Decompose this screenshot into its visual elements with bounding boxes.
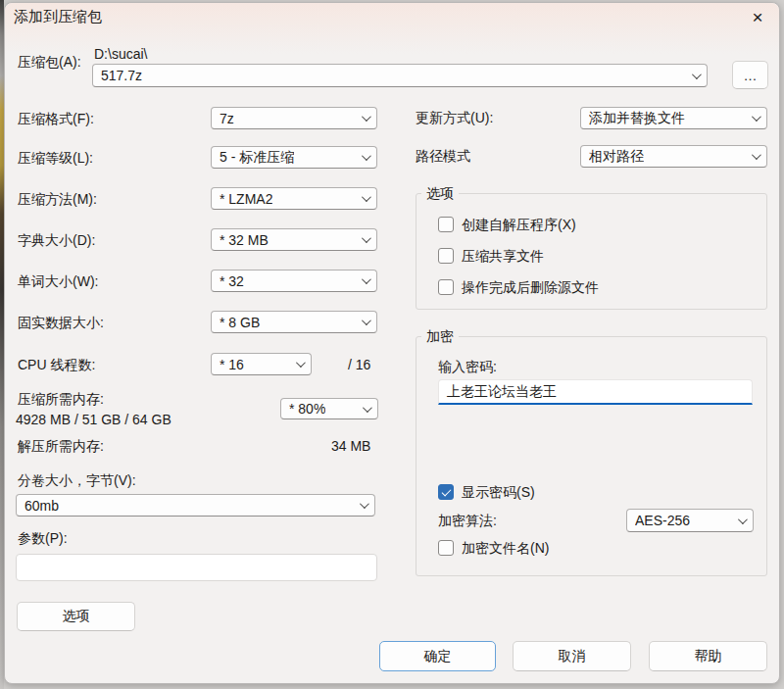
archive-label: 压缩包(A): [18, 54, 81, 71]
method-label: 压缩方法(M): [18, 191, 97, 208]
archive-name-value: 517.7z [101, 68, 142, 83]
create-sfx-label[interactable]: 创建自解压程序(X) [462, 217, 576, 233]
format-value: 7z [220, 111, 234, 126]
options-button[interactable]: 选项 [17, 602, 135, 631]
cpu-threads-value: * 16 [220, 357, 244, 372]
delete-after-checkbox[interactable] [438, 279, 454, 295]
cpu-threads-combo[interactable]: * 16 [211, 353, 312, 375]
chevron-down-icon[interactable] [752, 150, 761, 160]
split-volume-value: 60mb [24, 498, 59, 514]
browse-button[interactable]: … [732, 61, 768, 89]
help-button[interactable]: 帮助 [649, 641, 767, 671]
solid-block-size-value: * 8 GB [220, 315, 260, 330]
delete-after-label[interactable]: 操作完成后删除源文件 [462, 279, 599, 296]
chevron-down-icon[interactable] [692, 70, 702, 79]
archive-name-combo[interactable]: 517.7z [92, 64, 708, 87]
update-mode-value: 添加并替换文件 [589, 110, 685, 127]
path-mode-combo[interactable]: 相对路径 [580, 145, 767, 168]
compress-shared-checkbox[interactable] [438, 248, 454, 264]
method-combo[interactable]: * LZMA2 [211, 187, 377, 210]
chevron-down-icon[interactable] [362, 233, 371, 243]
update-mode-label: 更新方式(U): [416, 110, 493, 126]
parameters-input[interactable] [16, 554, 377, 581]
memory-decompress-label: 解压所需内存: [18, 438, 104, 455]
chevron-down-icon[interactable] [296, 358, 306, 368]
word-size-value: * 32 [220, 273, 244, 289]
split-volume-combo[interactable]: 60mb [16, 494, 375, 517]
encrypt-filenames-checkbox[interactable] [438, 540, 454, 556]
password-value: 上老王论坛当老王 [447, 383, 557, 401]
word-size-label: 单词大小(W): [18, 273, 98, 290]
compress-shared-label[interactable]: 压缩共享文件 [462, 248, 544, 265]
chevron-down-icon[interactable] [738, 515, 748, 524]
close-icon[interactable]: × [737, 3, 778, 32]
format-label: 压缩格式(F): [18, 111, 94, 127]
parameters-label: 参数(P): [18, 530, 68, 547]
format-combo[interactable]: 7z [211, 107, 377, 129]
password-label: 输入密码: [438, 359, 497, 375]
memory-decompress-value: 34 MB [331, 438, 370, 455]
chevron-down-icon[interactable] [362, 192, 371, 202]
chevron-down-icon[interactable] [360, 499, 369, 509]
cpu-threads-max: / 16 [348, 357, 370, 373]
memory-compress-detail: 4928 MB / 51 GB / 64 GB [16, 412, 172, 428]
archive-directory: D:\sucai\ [94, 46, 147, 62]
chevron-down-icon[interactable] [752, 112, 761, 122]
show-password-label[interactable]: 显示密码(S) [462, 484, 535, 501]
memory-percent-combo[interactable]: * 80% [280, 398, 378, 419]
level-label: 压缩等级(L): [18, 150, 93, 167]
ok-button[interactable]: 确定 [379, 641, 496, 671]
encrypt-filenames-label[interactable]: 加密文件名(N) [462, 540, 549, 557]
encryption-group-title: 加密 [421, 329, 459, 344]
chevron-down-icon[interactable] [363, 403, 372, 413]
encryption-method-label: 加密算法: [438, 513, 497, 529]
level-value: 5 - 标准压缩 [220, 149, 294, 167]
cancel-button[interactable]: 取消 [513, 641, 631, 671]
chevron-down-icon[interactable] [362, 316, 371, 325]
create-sfx-checkbox[interactable] [438, 217, 454, 232]
show-password-checkbox[interactable] [438, 484, 454, 500]
memory-compress-label: 压缩所需内存: [18, 391, 104, 408]
encryption-method-value: AES-256 [635, 513, 690, 528]
add-to-archive-dialog-screen: 添加到压缩包 × 压缩包(A): D:\sucai\ 517.7z … 压缩格式… [0, 0, 784, 689]
chevron-down-icon[interactable] [362, 274, 371, 284]
dictionary-size-combo[interactable]: * 32 MB [211, 228, 377, 251]
chevron-down-icon[interactable] [362, 112, 371, 122]
dictionary-size-label: 字典大小(D): [18, 232, 95, 249]
dialog-title: 添加到压缩包 [14, 8, 102, 26]
memory-percent-value: * 80% [289, 401, 325, 417]
path-mode-label: 路径模式 [416, 148, 470, 165]
encryption-method-combo[interactable]: AES-256 [626, 509, 754, 532]
cpu-threads-label: CPU 线程数: [18, 357, 95, 373]
level-combo[interactable]: 5 - 标准压缩 [211, 146, 377, 169]
method-value: * LZMA2 [220, 191, 272, 207]
solid-block-size-label: 固实数据大小: [18, 315, 104, 331]
solid-block-size-combo[interactable]: * 8 GB [211, 311, 377, 333]
dictionary-size-value: * 32 MB [220, 232, 269, 248]
word-size-combo[interactable]: * 32 [211, 270, 377, 292]
options-group-title: 选项 [421, 186, 459, 201]
update-mode-combo[interactable]: 添加并替换文件 [580, 107, 767, 129]
path-mode-value: 相对路径 [589, 148, 644, 166]
password-input[interactable]: 上老王论坛当老王 [438, 379, 753, 405]
split-volume-label: 分卷大小，字节(V): [18, 472, 136, 489]
chevron-down-icon[interactable] [362, 151, 371, 161]
